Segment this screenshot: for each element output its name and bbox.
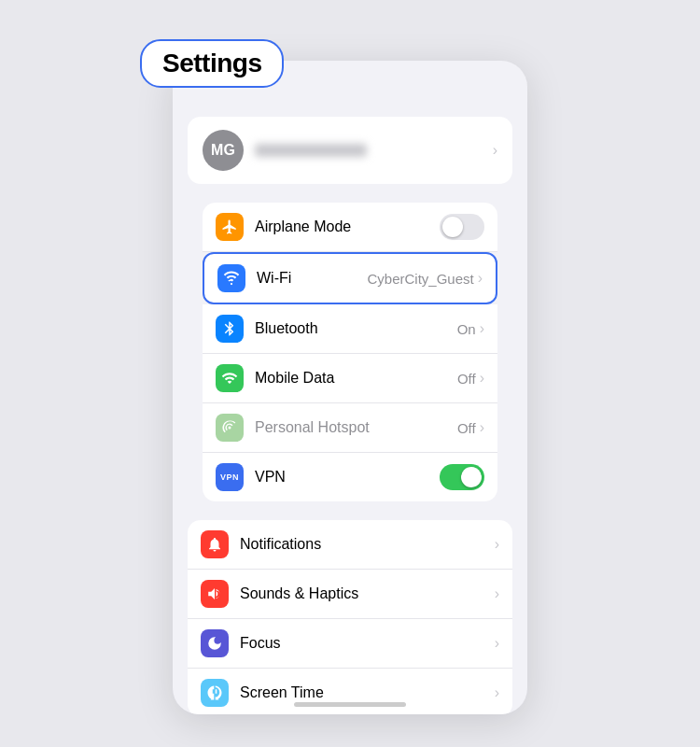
mobile-data-row[interactable]: Mobile Data Off › [203,354,497,403]
personal-hotspot-value: Off [457,420,476,436]
mobile-data-value: Off [457,371,476,387]
mobile-data-icon [216,364,244,392]
sounds-haptics-label: Sounds & Haptics [240,585,495,602]
mobile-data-chevron: › [480,370,484,387]
screen-time-chevron: › [495,684,499,701]
settings-list: MG › Airplane Mode [173,61,527,714]
vpn-icon: VPN [216,463,244,491]
airplane-mode-label: Airplane Mode [255,218,440,235]
sounds-haptics-icon [201,580,229,608]
vpn-row[interactable]: VPN VPN [203,453,497,501]
personal-hotspot-chevron: › [480,419,484,436]
personal-hotspot-label: Personal Hotspot [255,419,457,436]
settings-title-badge: Settings [140,39,284,88]
phone-card: MG › Airplane Mode [173,61,527,714]
notifications-chevron: › [495,536,499,553]
settings-title: Settings [162,49,261,78]
personal-hotspot-row[interactable]: Personal Hotspot Off › [203,403,497,453]
mobile-data-label: Mobile Data [255,370,457,387]
vpn-label: VPN [255,469,440,486]
sounds-haptics-row[interactable]: Sounds & Haptics › [188,570,512,619]
profile-left: MG [203,130,367,171]
home-indicator [294,702,406,707]
focus-label: Focus [240,635,495,652]
vpn-label-box: VPN [217,471,243,484]
notifications-label: Notifications [240,536,495,553]
wifi-label: Wi-Fi [257,270,367,287]
blurred-name [255,144,367,157]
wifi-row[interactable]: Wi-Fi CyberCity_Guest › [204,254,496,303]
profile-chevron: › [493,142,497,159]
wifi-icon [217,264,245,292]
vpn-toggle[interactable] [440,464,484,490]
wifi-chevron: › [478,270,483,287]
profile-section[interactable]: MG › [188,117,512,184]
screen-time-icon [201,679,229,707]
bluetooth-icon [216,315,244,343]
section-alerts: Notifications › Sounds & Haptics › F [188,520,512,714]
bluetooth-label: Bluetooth [255,320,457,337]
airplane-mode-icon [216,213,244,241]
focus-icon [201,629,229,657]
wifi-value: CyberCity_Guest [367,271,473,287]
personal-hotspot-icon [216,414,244,442]
section-connectivity: Airplane Mode Wi-Fi CyberCity_Guest [188,203,512,501]
airplane-mode-row[interactable]: Airplane Mode [203,203,497,251]
outer-container: Settings MG › Airp [0,0,700,747]
airplane-mode-toggle[interactable] [440,214,484,240]
avatar: MG [203,130,244,171]
sounds-haptics-chevron: › [495,585,499,602]
screen-time-row[interactable]: Screen Time › [188,669,512,714]
focus-row[interactable]: Focus › [188,619,512,669]
bluetooth-chevron: › [480,320,484,337]
bluetooth-value: On [457,321,476,337]
bluetooth-row[interactable]: Bluetooth On › [203,304,497,354]
notifications-row[interactable]: Notifications › [188,520,512,570]
screen-time-label: Screen Time [240,684,495,701]
focus-chevron: › [495,635,499,652]
notifications-icon [201,530,229,558]
